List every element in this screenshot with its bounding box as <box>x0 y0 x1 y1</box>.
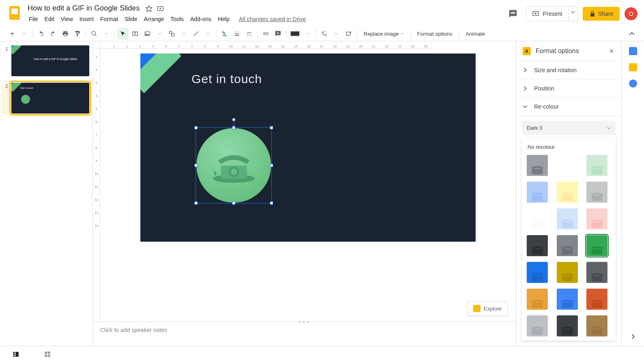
recolor-swatch[interactable] <box>557 235 578 256</box>
menu-edit[interactable]: Edit <box>42 14 57 24</box>
notes-resize-handle[interactable]: • • • <box>299 320 310 325</box>
replace-image-button[interactable]: Replace image <box>360 29 408 39</box>
recolor-swatch[interactable] <box>586 208 607 229</box>
menu-file[interactable]: File <box>26 14 41 24</box>
recolor-swatch[interactable] <box>557 262 578 283</box>
menu-arrange[interactable]: Arrange <box>141 14 167 24</box>
resize-handle-mr[interactable] <box>270 164 273 167</box>
animate-button[interactable]: Animate <box>461 29 489 39</box>
menu-tools[interactable]: Tools <box>168 14 187 24</box>
recolor-swatch[interactable] <box>527 289 548 310</box>
recolor-swatch[interactable] <box>527 235 548 256</box>
rotate-handle[interactable] <box>232 118 235 121</box>
mask-dropdown[interactable] <box>302 28 313 39</box>
collapse-toolbar-button[interactable] <box>626 28 638 39</box>
calendar-addon-icon[interactable] <box>629 47 637 55</box>
explore-button[interactable]: Explore <box>467 301 508 316</box>
resize-handle-ml[interactable] <box>194 164 198 167</box>
select-tool[interactable] <box>117 28 129 39</box>
format-options-button[interactable]: Format options <box>413 29 457 39</box>
position-section[interactable]: Position <box>516 79 621 97</box>
paint-format-button[interactable] <box>72 28 83 39</box>
recolor-swatch[interactable] <box>557 315 578 336</box>
comment-button[interactable] <box>272 28 284 39</box>
recolor-swatch[interactable] <box>527 182 548 203</box>
tasks-addon-icon[interactable] <box>629 79 637 88</box>
menu-format[interactable]: Format <box>97 14 121 24</box>
menu-slide[interactable]: Slide <box>122 14 140 24</box>
recolor-swatch[interactable] <box>586 315 607 336</box>
filmstrip-view-button[interactable] <box>12 351 19 358</box>
slide-canvas[interactable]: Get in touch <box>140 54 476 242</box>
recolor-select[interactable]: Dark 3 <box>522 121 616 135</box>
resize-handle-tm[interactable] <box>232 126 235 129</box>
recolor-swatch[interactable] <box>557 208 578 229</box>
resize-handle-br[interactable] <box>270 201 273 205</box>
resize-handle-bl[interactable] <box>194 201 198 205</box>
document-title[interactable]: How to edit a GIF in Google Slides <box>26 3 141 13</box>
new-slide-dropdown[interactable] <box>19 28 30 39</box>
new-slide-button[interactable] <box>6 28 18 39</box>
recolor-swatch[interactable] <box>527 262 548 283</box>
user-avatar[interactable]: O <box>625 7 638 20</box>
link-button[interactable] <box>260 28 271 39</box>
zoom-button[interactable] <box>88 28 100 39</box>
shape-tool[interactable] <box>166 28 177 39</box>
recolor-swatch[interactable] <box>586 235 607 256</box>
resize-handle-tl[interactable] <box>194 126 198 129</box>
speaker-notes[interactable]: • • • Click to add speaker notes <box>93 321 516 346</box>
recolor-swatch[interactable] <box>557 289 578 310</box>
recolor-swatch[interactable] <box>586 289 607 310</box>
expand-rail-button[interactable] <box>630 334 636 339</box>
slides-logo[interactable] <box>6 5 23 21</box>
present-dropdown[interactable] <box>569 6 578 21</box>
menu-help[interactable]: Help <box>215 14 233 24</box>
textbox-tool[interactable] <box>129 28 141 39</box>
resize-handle-tr[interactable] <box>270 126 273 129</box>
recolor-section[interactable]: Re-colour <box>516 97 621 116</box>
recolor-swatch[interactable] <box>586 182 607 203</box>
recolor-swatch[interactable] <box>557 182 578 203</box>
selected-image[interactable] <box>196 128 271 203</box>
grid-view-button[interactable] <box>44 351 51 358</box>
keep-addon-icon[interactable] <box>629 63 637 71</box>
recolor-swatch[interactable] <box>527 208 548 229</box>
share-button[interactable]: Share <box>583 7 620 21</box>
recolor-swatch[interactable] <box>527 155 548 176</box>
image-dropdown[interactable] <box>154 28 165 39</box>
present-button[interactable]: Present <box>526 6 568 21</box>
recolor-swatch[interactable] <box>586 155 607 176</box>
crop-dropdown[interactable] <box>331 28 342 39</box>
border-color-button[interactable] <box>219 28 230 39</box>
recolor-swatch[interactable] <box>527 315 548 336</box>
save-status[interactable]: All changes saved in Drive <box>239 14 306 24</box>
slide-thumb-2[interactable]: 2 Get in touch <box>2 81 91 115</box>
menu-view[interactable]: View <box>58 14 76 24</box>
close-panel-button[interactable] <box>608 48 615 54</box>
menu-insert[interactable]: Insert <box>77 14 97 24</box>
border-dash-button[interactable] <box>243 28 255 39</box>
shape-dropdown[interactable] <box>178 28 190 39</box>
border-weight-button[interactable] <box>231 28 243 39</box>
size-rotation-section[interactable]: Size and rotation <box>516 61 621 79</box>
comments-icon[interactable] <box>505 6 521 22</box>
crop-button[interactable] <box>319 28 330 39</box>
redo-button[interactable] <box>47 28 59 39</box>
image-tool[interactable] <box>142 28 153 39</box>
resize-handle-bm[interactable] <box>232 201 235 205</box>
print-button[interactable] <box>60 28 71 39</box>
line-tool[interactable] <box>190 28 202 39</box>
zoom-dropdown[interactable] <box>101 28 112 39</box>
undo-button[interactable] <box>35 28 47 39</box>
menu-addons[interactable]: Add-ons <box>187 14 214 24</box>
slide-thumb-1[interactable]: 1 How to edit a GIF in Google Slides <box>3 45 89 76</box>
recolor-swatch[interactable] <box>586 262 607 283</box>
star-icon[interactable] <box>145 5 153 12</box>
slide-title-text[interactable]: Get in touch <box>192 72 262 86</box>
line-dropdown[interactable] <box>202 28 214 39</box>
move-icon[interactable] <box>157 5 164 12</box>
canvas-scroll[interactable]: Get in touch <box>100 49 516 321</box>
mask-button[interactable] <box>289 28 301 39</box>
reset-image-button[interactable] <box>343 28 354 39</box>
no-recolor-option[interactable]: No recolour <box>523 141 614 155</box>
